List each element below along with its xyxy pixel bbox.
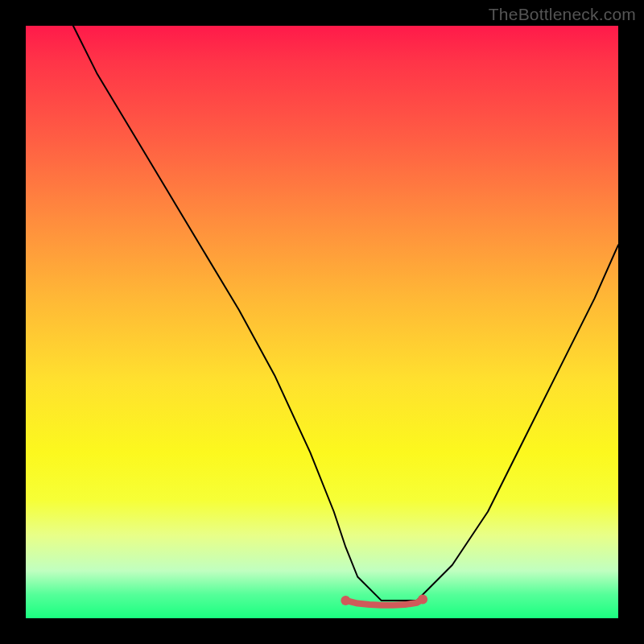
watermark-text: TheBottleneck.com [489, 5, 636, 24]
highlight-start-dot [341, 596, 350, 605]
curve-line [73, 26, 618, 601]
chart-svg [26, 26, 618, 618]
highlight-end-dot [418, 594, 427, 604]
chart-container: TheBottleneck.com [0, 0, 644, 644]
plot-area [26, 26, 618, 618]
